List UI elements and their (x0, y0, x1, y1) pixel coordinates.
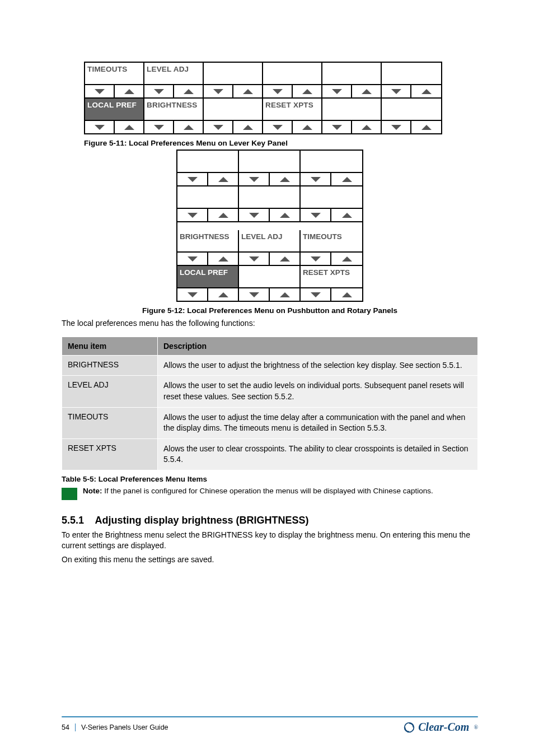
section-heading: 5.5.1 Adjusting display brightness (BRIG… (62, 515, 478, 526)
arrow-down-icon (263, 85, 293, 97)
arrow-up-icon (208, 173, 239, 185)
arrow-down-icon (322, 121, 352, 133)
arrow-down-icon (301, 173, 331, 185)
fig2-label-row: BRIGHTNESSLEVEL ADJTIMEOUTS (177, 230, 362, 251)
intro-text: The local preferences menu has the follo… (62, 318, 478, 329)
brand-icon (404, 722, 415, 733)
figure-pushbutton-panel: BRIGHTNESSLEVEL ADJTIMEOUTSLOCAL PREFRES… (176, 150, 363, 302)
menu-table: Menu item Description BRIGHTNESSAllows t… (62, 337, 478, 470)
panel-cell: LEVEL ADJ (239, 230, 301, 251)
panel-cell (239, 186, 301, 208)
arrow-up-icon (174, 121, 204, 133)
note-icon (62, 488, 77, 500)
arrow-down-icon (204, 121, 233, 133)
arrow-up-icon (331, 209, 362, 221)
arrow-down-icon (177, 253, 208, 265)
arrow-down-icon (204, 85, 233, 97)
panel-cell (301, 151, 362, 172)
panel-cell-selected: LOCAL PREF (177, 266, 239, 287)
arrow-up-icon (208, 209, 239, 221)
brand-logo: Clear-Com® (404, 721, 478, 734)
note-head: Note: (83, 487, 102, 495)
figure-lever-key-panel: TIMEOUTS LEVEL ADJ LOCAL PREF BRIGHTNESS… (84, 62, 442, 134)
table-row: BRIGHTNESSAllows the user to adjust the … (62, 355, 478, 376)
menu-item-desc: Alows the user to clear crosspoints. The… (158, 438, 478, 470)
arrow-up-icon (233, 121, 263, 133)
section-number: 5.5.1 (62, 515, 84, 526)
menu-item-name: RESET XPTS (62, 438, 158, 470)
brand-name: Clear-Com (418, 721, 469, 734)
arrow-up-icon (411, 85, 441, 97)
fig2-arrow-row (177, 172, 362, 186)
panel-cell (239, 266, 301, 287)
arrow-up-icon (174, 85, 204, 97)
panel-cell (382, 63, 441, 84)
panel-cell: RESET XPTS (301, 266, 362, 287)
menu-item-name: LEVEL ADJ (62, 376, 158, 407)
footer-page-number: 54 (62, 724, 76, 731)
arrow-down-icon (382, 85, 411, 97)
arrow-down-icon (301, 253, 331, 265)
arrow-down-icon (239, 288, 270, 301)
figure-caption: Figure 5-11: Local Preferences Menu on L… (84, 139, 478, 147)
panel-cell (204, 99, 263, 120)
arrow-down-icon (85, 85, 115, 97)
panel-cell (322, 63, 382, 84)
table-row: TIMEOUTSAllows the user to adjust the ti… (62, 407, 478, 438)
arrow-up-icon (352, 121, 382, 133)
panel-cell (382, 99, 441, 120)
arrow-up-icon (293, 121, 322, 133)
fig1-arrows (85, 84, 441, 99)
table-header-menu: Menu item (62, 337, 158, 355)
arrow-up-icon (233, 85, 263, 97)
fig2-arrow-row (177, 208, 362, 222)
panel-cell (239, 151, 301, 172)
fig1-arrows (85, 120, 441, 133)
arrow-up-icon (331, 288, 362, 301)
arrow-up-icon (270, 173, 301, 185)
arrow-down-icon (239, 209, 270, 221)
table-header-desc: Description (158, 337, 478, 355)
section-title: Adjusting display brightness (BRIGHTNESS… (95, 515, 308, 526)
table-row: LEVEL ADJAllows the user to set the audi… (62, 376, 478, 407)
arrow-up-icon (270, 288, 301, 301)
arrow-up-icon (270, 253, 301, 265)
arrow-up-icon (411, 121, 441, 133)
arrow-up-icon (270, 209, 301, 221)
menu-item-desc: Allows the user to adjust the time delay… (158, 407, 478, 438)
panel-cell (301, 186, 362, 208)
arrow-up-icon (208, 288, 239, 301)
menu-item-desc: Allows the user to adjust the brightness… (158, 355, 478, 376)
panel-cell: TIMEOUTS (85, 63, 144, 84)
panel-cell (177, 151, 239, 172)
fig2-arrow-row (177, 251, 362, 266)
page-footer: 54 V-Series Panels User Guide Clear-Com® (62, 716, 478, 734)
panel-cell-selected: LOCAL PREF (85, 99, 144, 120)
arrow-down-icon (382, 121, 411, 133)
fig2-label-row (177, 151, 362, 172)
panel-cell: BRIGHTNESS (177, 230, 239, 251)
arrow-down-icon (177, 288, 208, 301)
figure-caption: Figure 5-12: Local Preferences Menu on P… (62, 306, 478, 315)
arrow-up-icon (293, 85, 322, 97)
fig1-row2: LOCAL PREF BRIGHTNESS RESET XPTS (85, 99, 441, 120)
table-caption: Table 5-5: Local Preferences Menu Items (62, 475, 478, 483)
table-row: RESET XPTSAlows the user to clear crossp… (62, 438, 478, 470)
fig2-arrow-row (177, 287, 362, 301)
arrow-up-icon (331, 173, 362, 185)
arrow-up-icon (115, 85, 144, 97)
arrow-down-icon (177, 209, 208, 221)
menu-item-name: TIMEOUTS (62, 407, 158, 438)
arrow-down-icon (239, 253, 270, 265)
arrow-up-icon (208, 253, 239, 265)
menu-item-name: BRIGHTNESS (62, 355, 158, 376)
panel-cell: TIMEOUTS (301, 230, 362, 251)
panel-cell (204, 63, 263, 84)
arrow-down-icon (85, 121, 115, 133)
section-paragraph: On exiting this menu the settings are sa… (62, 554, 478, 565)
arrow-down-icon (144, 121, 174, 133)
arrow-up-icon (352, 85, 382, 97)
arrow-up-icon (115, 121, 144, 133)
footer-doc-title: V-Series Panels User Guide (81, 724, 168, 731)
panel-cell: BRIGHTNESS (144, 99, 204, 120)
